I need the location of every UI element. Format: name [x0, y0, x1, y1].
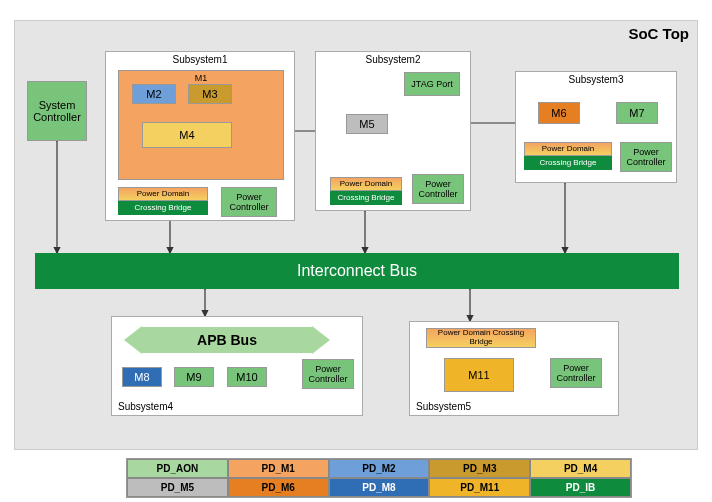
m4-block: M4: [142, 122, 232, 148]
m7-block: M7: [616, 102, 658, 124]
subsystem3-power-controller: Power Controller: [620, 142, 672, 172]
subsystem5-pd-bridge: Power Domain Crossing Bridge: [426, 328, 536, 348]
subsystem3-pd-bridge-top: Power Domain: [524, 142, 612, 156]
m8-block: M8: [122, 367, 162, 387]
m3-block: M3: [188, 84, 232, 104]
subsystem4: APB Bus M8 M9 M10 Power Controller Subsy…: [111, 316, 363, 416]
subsystem3-pd-bridge-bottom: Crossing Bridge: [524, 156, 612, 170]
power-domain-legend: PD_AON PD_M1 PD_M2 PD_M3 PD_M4 PD_M5 PD_…: [126, 458, 632, 498]
legend-pd-m2: PD_M2: [329, 459, 430, 478]
legend-pd-m11: PD_M11: [429, 478, 530, 497]
apb-bus: APB Bus: [142, 327, 312, 353]
legend-pd-m5: PD_M5: [127, 478, 228, 497]
subsystem3: Subsystem3 M6 M7 Power Domain Crossing B…: [515, 71, 677, 183]
m2-block: M2: [132, 84, 176, 104]
m11-block: M11: [444, 358, 514, 392]
m6-block: M6: [538, 102, 580, 124]
subsystem4-power-controller: Power Controller: [302, 359, 354, 389]
jtag-port-block: JTAG Port: [404, 72, 460, 96]
subsystem2-pd-bridge-top: Power Domain: [330, 177, 402, 191]
legend-pd-m8: PD_M8: [329, 478, 430, 497]
subsystem2: Subsystem2 JTAG Port M5 Power Domain Cro…: [315, 51, 471, 211]
legend-pd-ib: PD_IB: [530, 478, 631, 497]
subsystem1-pd-bridge-top: Power Domain: [118, 187, 208, 201]
m5-block: M5: [346, 114, 388, 134]
m1-label: M1: [195, 73, 208, 83]
subsystem3-title: Subsystem3: [516, 72, 676, 87]
legend-pd-m1: PD_M1: [228, 459, 329, 478]
m9-block: M9: [174, 367, 214, 387]
legend-pd-m3: PD_M3: [429, 459, 530, 478]
legend-pd-m4: PD_M4: [530, 459, 631, 478]
legend-pd-m6: PD_M6: [228, 478, 329, 497]
subsystem5: Power Domain Crossing Bridge M11 Power C…: [409, 321, 619, 416]
subsystem2-title: Subsystem2: [316, 52, 470, 67]
subsystem2-pd-bridge-bottom: Crossing Bridge: [330, 191, 402, 205]
subsystem4-title: Subsystem4: [118, 401, 173, 412]
subsystem1-power-controller: Power Controller: [221, 187, 277, 217]
system-controller-block: System Controller: [27, 81, 87, 141]
m10-block: M10: [227, 367, 267, 387]
subsystem1: Subsystem1 M1 M2 M3 M4 Power Domain Cros…: [105, 51, 295, 221]
subsystem1-pd-bridge-bottom: Crossing Bridge: [118, 201, 208, 215]
subsystem5-power-controller: Power Controller: [550, 358, 602, 388]
subsystem5-title: Subsystem5: [416, 401, 471, 412]
interconnect-bus: Interconnect Bus: [35, 253, 679, 289]
soc-top-title: SoC Top: [628, 25, 689, 42]
subsystem2-power-controller: Power Controller: [412, 174, 464, 204]
subsystem1-title: Subsystem1: [106, 52, 294, 67]
legend-pd-aon: PD_AON: [127, 459, 228, 478]
soc-top-container: SoC Top System Contr: [14, 20, 698, 450]
